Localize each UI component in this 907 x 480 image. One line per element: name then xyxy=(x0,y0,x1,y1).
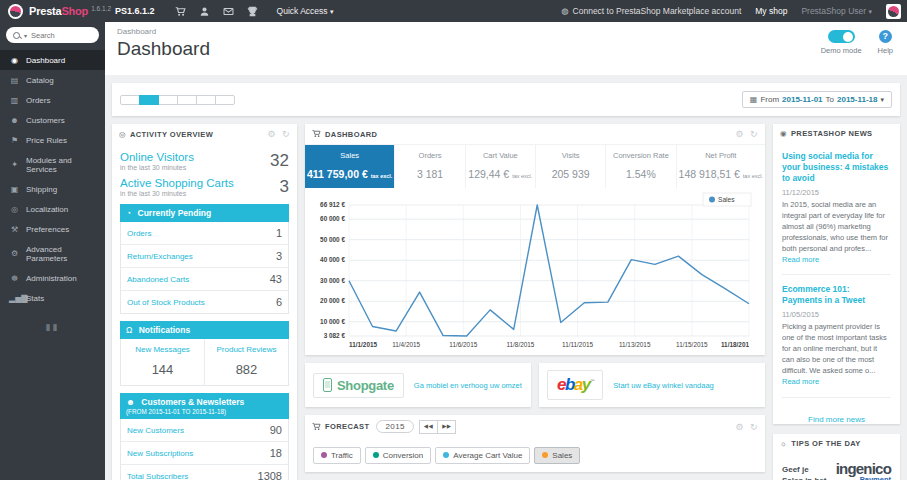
kpi-value: 129,44 € tax excl. xyxy=(468,168,533,180)
sidebar-item[interactable]: ☻ Customers xyxy=(0,110,105,130)
legend-label: Sales xyxy=(552,451,572,460)
legend-label: Conversion xyxy=(383,451,423,460)
svg-text:30 000 €: 30 000 € xyxy=(320,277,345,284)
search-icon xyxy=(13,32,20,39)
activity-icon: ◎ xyxy=(119,130,126,139)
kpi-suffix: tax excl. xyxy=(371,173,393,179)
date-range-picker[interactable]: ▦ From 2015-11-01 To 2015-11-18 ▾ xyxy=(742,91,892,108)
stat-row[interactable]: Return/Exchanges 3 xyxy=(121,245,288,268)
read-more-link[interactable]: Read more xyxy=(782,255,819,264)
next-period-button[interactable]: ▶▶ xyxy=(437,420,456,434)
kpi-tile[interactable]: Visits 205 939 xyxy=(536,145,606,188)
online-visitors-link[interactable]: Online Visitors xyxy=(120,151,194,163)
stat-row[interactable]: Abandoned Carts 43 xyxy=(121,268,288,291)
shopgate-link[interactable]: Ga mobiel en verhoog uw omzet xyxy=(414,381,522,390)
marketplace-icon: ◍ xyxy=(561,6,568,16)
stat-row[interactable]: New Subscriptions 18 xyxy=(121,442,288,465)
forecast-legend-button[interactable]: Conversion xyxy=(365,447,431,464)
news-article-date: 11/05/2015 xyxy=(782,310,891,319)
sidebar-item[interactable]: ▂▅▇ Stats xyxy=(0,288,105,308)
sidebar-item[interactable]: ☸ Administration xyxy=(0,268,105,288)
active-carts-link[interactable]: Active Shopping Carts xyxy=(120,177,234,189)
forecast-legend-button[interactable]: Traffic xyxy=(313,447,361,464)
kpi-label: Visits xyxy=(538,151,603,160)
kpi-tile[interactable]: Net Profit 148 918,51 € tax excl. xyxy=(677,145,765,188)
sidebar-item[interactable]: ✦ Modules and Services xyxy=(0,150,105,179)
refresh-icon[interactable]: ↻ xyxy=(750,129,758,139)
sidebar-item[interactable]: ▥ Orders xyxy=(0,90,105,110)
notification-cell[interactable]: New Messages 144 xyxy=(121,339,204,385)
gear-icon[interactable]: ⚙ xyxy=(736,129,744,139)
my-shop-link[interactable]: My shop xyxy=(755,6,787,16)
kpi-tile[interactable]: Orders 3 181 xyxy=(395,145,465,188)
find-more-news-link[interactable]: Find more news xyxy=(773,415,900,424)
person-icon[interactable] xyxy=(193,5,217,16)
search-box[interactable]: ▾ xyxy=(6,27,99,43)
period-tab[interactable] xyxy=(120,95,140,105)
stat-row-value: 1 xyxy=(276,227,282,239)
marketplace-link[interactable]: ◍Connect to PrestaShop Marketplace accou… xyxy=(561,6,741,16)
gear-icon[interactable]: ⚙ xyxy=(268,129,276,139)
page-title: Dashboard xyxy=(117,38,895,60)
news-article-title[interactable]: Using social media for your business: 4 … xyxy=(782,151,891,184)
sales-line-chart[interactable]: 3 082 €10 000 €20 000 €30 000 €40 000 €5… xyxy=(307,191,759,351)
top-bar: PrestaShop 1.6.1.2 PS1.6.1.2 Quick Acces… xyxy=(0,0,907,22)
period-tab[interactable] xyxy=(215,95,235,105)
forecast-year[interactable]: 2015 xyxy=(376,420,413,433)
sidebar-item[interactable]: ▤ Catalog xyxy=(0,70,105,90)
avatar[interactable] xyxy=(886,4,901,19)
dashboard-panel: DASHBOARD ⚙ ↻ Sales 411 759,00 € tax exc… xyxy=(305,124,765,355)
kpi-tile[interactable]: Cart Value 129,44 € tax excl. xyxy=(466,145,536,188)
kpi-tile[interactable]: Conversion Rate 1.54% xyxy=(606,145,676,188)
ebay-link[interactable]: Start uw eBay winkel vandaag xyxy=(613,381,713,390)
cart-icon[interactable] xyxy=(169,5,193,16)
refresh-icon[interactable]: ↻ xyxy=(750,422,758,432)
cart-icon xyxy=(312,129,321,139)
kpi-tile[interactable]: Sales 411 759,00 € tax excl. xyxy=(305,145,395,188)
user-menu[interactable]: PrestaShop User ▾ xyxy=(801,6,872,16)
search-input[interactable] xyxy=(31,31,92,40)
svg-text:40 000 €: 40 000 € xyxy=(320,256,345,263)
forecast-legend-button[interactable]: Sales xyxy=(534,447,580,464)
period-tab[interactable] xyxy=(139,95,159,105)
news-article-title[interactable]: Ecommerce 101: Payments in a Tweet xyxy=(782,284,891,306)
trophy-icon[interactable] xyxy=(241,5,265,16)
previous-period-button[interactable]: ◀◀ xyxy=(419,420,438,434)
date-from-label: From xyxy=(760,95,779,104)
stat-row[interactable]: New Customers 90 xyxy=(121,419,288,442)
stat-row[interactable]: Out of Stock Products 6 xyxy=(121,291,288,313)
notification-cell[interactable]: Product Reviews 882 xyxy=(204,339,288,385)
stat-row-value: 90 xyxy=(270,424,282,436)
quick-access-menu[interactable]: Quick Access ▾ xyxy=(277,6,334,16)
envelope-icon[interactable] xyxy=(217,5,241,16)
sidebar-item[interactable]: ▣ Shipping xyxy=(0,179,105,199)
forecast-title: FORECAST xyxy=(325,422,369,431)
sidebar-item[interactable]: ◎ Localization xyxy=(0,199,105,219)
rss-icon: ◉ xyxy=(780,129,787,138)
refresh-icon[interactable]: ↻ xyxy=(282,129,290,139)
kpi-suffix: tax excl. xyxy=(743,173,763,179)
svg-text:11/1/2015: 11/1/2015 xyxy=(349,341,378,348)
sidebar-item[interactable]: ⚑ Price Rules xyxy=(0,130,105,150)
sidebar-item[interactable]: ⚒ Preferences xyxy=(0,219,105,239)
kpi-strip: Sales 411 759,00 € tax excl. Orders 3 18… xyxy=(305,144,765,188)
gear-icon[interactable]: ⚙ xyxy=(736,422,744,432)
notification-value: 144 xyxy=(123,362,202,377)
period-tab[interactable] xyxy=(196,95,216,105)
stat-row[interactable]: Orders 1 xyxy=(121,222,288,245)
sidebar-item[interactable]: ◉ Dashboard xyxy=(0,50,105,70)
help-icon[interactable]: ? xyxy=(879,30,892,43)
demo-mode-toggle[interactable] xyxy=(828,30,855,43)
period-tab[interactable] xyxy=(158,95,178,105)
sidebar-item[interactable]: ⚙ Advanced Parameters xyxy=(0,239,105,268)
period-tab[interactable] xyxy=(177,95,197,105)
read-more-link[interactable]: Read more xyxy=(782,377,819,386)
forecast-legend-button[interactable]: Average Cart Value xyxy=(435,447,530,464)
stat-row[interactable]: Total Subscribers 1308 xyxy=(121,465,288,480)
sidebar-item-label: Administration xyxy=(26,274,77,283)
demo-mode-label: Demo mode xyxy=(821,46,862,55)
kpi-value: 3 181 xyxy=(397,168,462,180)
forecast-legend: Traffic Conversion Average Cart Value Sa… xyxy=(305,439,765,472)
notification-label: Product Reviews xyxy=(207,345,286,354)
collapse-menu-icon[interactable]: ▮▮ xyxy=(0,322,105,332)
